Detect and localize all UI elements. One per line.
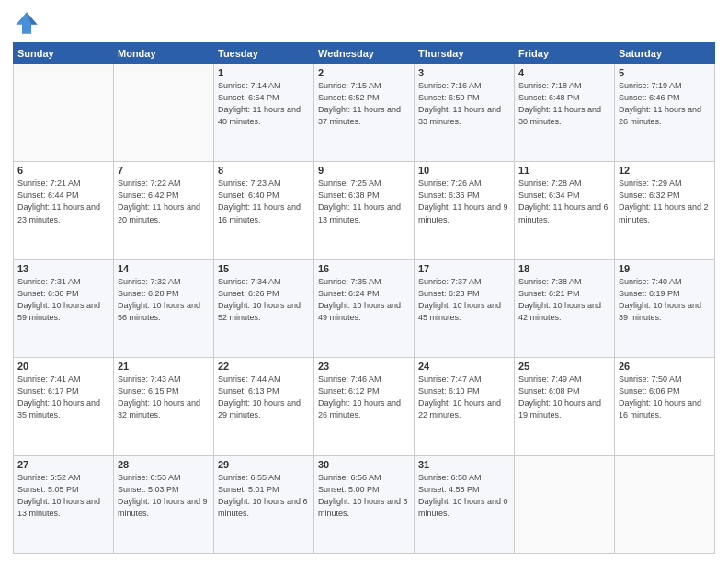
weekday-header-cell: Monday [114,43,214,64]
weekday-header-cell: Friday [515,43,615,64]
day-info: Sunrise: 7:47 AM Sunset: 6:10 PM Dayligh… [418,373,510,421]
calendar-cell: 29Sunrise: 6:55 AM Sunset: 5:01 PM Dayli… [214,455,314,553]
day-number: 4 [518,67,610,78]
day-number: 27 [17,459,109,470]
day-number: 5 [619,67,711,78]
day-info: Sunrise: 7:35 AM Sunset: 6:24 PM Dayligh… [318,276,410,324]
day-number: 1 [218,67,310,78]
day-number: 14 [118,263,210,274]
calendar-cell: 26Sunrise: 7:50 AM Sunset: 6:06 PM Dayli… [615,358,715,455]
day-number: 8 [218,165,310,176]
day-number: 18 [518,263,610,274]
day-info: Sunrise: 7:21 AM Sunset: 6:44 PM Dayligh… [17,178,109,225]
day-info: Sunrise: 7:41 AM Sunset: 6:17 PM Dayligh… [17,373,109,421]
day-number: 12 [619,165,711,176]
day-info: Sunrise: 7:22 AM Sunset: 6:42 PM Dayligh… [118,178,210,225]
day-info: Sunrise: 7:50 AM Sunset: 6:06 PM Dayligh… [619,373,711,421]
calendar-cell: 18Sunrise: 7:38 AM Sunset: 6:21 PM Dayli… [515,259,615,357]
day-number: 3 [418,67,510,78]
day-info: Sunrise: 7:38 AM Sunset: 6:21 PM Dayligh… [518,276,610,324]
day-info: Sunrise: 7:15 AM Sunset: 6:52 PM Dayligh… [318,80,410,128]
weekday-header-cell: Thursday [415,43,515,64]
calendar-cell: 14Sunrise: 7:32 AM Sunset: 6:28 PM Dayli… [114,259,214,357]
weekday-header-cell: Wednesday [314,43,415,64]
day-number: 16 [318,263,410,274]
day-number: 24 [418,361,510,372]
calendar-table: SundayMondayTuesdayWednesdayThursdayFrid… [13,42,715,554]
calendar-cell: 25Sunrise: 7:49 AM Sunset: 6:08 PM Dayli… [515,358,615,455]
day-info: Sunrise: 6:53 AM Sunset: 5:03 PM Dayligh… [118,472,210,520]
day-number: 10 [418,165,510,176]
calendar-cell: 31Sunrise: 6:58 AM Sunset: 4:58 PM Dayli… [415,455,515,553]
calendar-week-row: 6Sunrise: 7:21 AM Sunset: 6:44 PM Daylig… [14,162,715,259]
day-info: Sunrise: 7:28 AM Sunset: 6:34 PM Dayligh… [518,178,610,225]
day-info: Sunrise: 7:18 AM Sunset: 6:48 PM Dayligh… [518,80,610,128]
calendar-cell: 20Sunrise: 7:41 AM Sunset: 6:17 PM Dayli… [14,358,114,455]
day-info: Sunrise: 7:23 AM Sunset: 6:40 PM Dayligh… [218,178,310,225]
day-info: Sunrise: 7:25 AM Sunset: 6:38 PM Dayligh… [318,178,410,225]
header [13,9,715,37]
day-info: Sunrise: 7:26 AM Sunset: 6:36 PM Dayligh… [418,178,510,225]
day-number: 28 [118,459,210,470]
calendar-cell: 9Sunrise: 7:25 AM Sunset: 6:38 PM Daylig… [314,162,415,259]
calendar-week-row: 13Sunrise: 7:31 AM Sunset: 6:30 PM Dayli… [14,259,715,357]
day-info: Sunrise: 7:49 AM Sunset: 6:08 PM Dayligh… [518,373,610,421]
day-info: Sunrise: 7:14 AM Sunset: 6:54 PM Dayligh… [218,80,310,128]
weekday-header-cell: Saturday [615,43,715,64]
day-info: Sunrise: 7:43 AM Sunset: 6:15 PM Dayligh… [118,373,210,421]
day-number: 21 [118,361,210,372]
calendar-cell: 2Sunrise: 7:15 AM Sunset: 6:52 PM Daylig… [314,64,415,162]
calendar-week-row: 27Sunrise: 6:52 AM Sunset: 5:05 PM Dayli… [14,455,715,553]
day-info: Sunrise: 6:52 AM Sunset: 5:05 PM Dayligh… [17,472,109,520]
calendar-cell [615,455,715,553]
calendar-cell: 15Sunrise: 7:34 AM Sunset: 6:26 PM Dayli… [214,259,314,357]
calendar-cell: 12Sunrise: 7:29 AM Sunset: 6:32 PM Dayli… [615,162,715,259]
day-number: 17 [418,263,510,274]
day-number: 11 [518,165,610,176]
calendar-cell: 10Sunrise: 7:26 AM Sunset: 6:36 PM Dayli… [415,162,515,259]
page: SundayMondayTuesdayWednesdayThursdayFrid… [0,0,728,563]
day-number: 23 [318,361,410,372]
calendar-cell: 7Sunrise: 7:22 AM Sunset: 6:42 PM Daylig… [114,162,214,259]
day-number: 26 [619,361,711,372]
day-number: 2 [318,67,410,78]
calendar-cell [114,64,214,162]
calendar-cell: 27Sunrise: 6:52 AM Sunset: 5:05 PM Dayli… [14,455,114,553]
day-number: 29 [218,459,310,470]
calendar-week-row: 20Sunrise: 7:41 AM Sunset: 6:17 PM Dayli… [14,358,715,455]
logo-icon [13,9,40,37]
calendar-cell: 22Sunrise: 7:44 AM Sunset: 6:13 PM Dayli… [214,358,314,455]
calendar-cell: 17Sunrise: 7:37 AM Sunset: 6:23 PM Dayli… [415,259,515,357]
day-number: 22 [218,361,310,372]
calendar-cell: 21Sunrise: 7:43 AM Sunset: 6:15 PM Dayli… [114,358,214,455]
day-number: 13 [17,263,109,274]
calendar-cell: 23Sunrise: 7:46 AM Sunset: 6:12 PM Dayli… [314,358,415,455]
day-info: Sunrise: 7:40 AM Sunset: 6:19 PM Dayligh… [619,276,711,324]
calendar-cell: 13Sunrise: 7:31 AM Sunset: 6:30 PM Dayli… [14,259,114,357]
day-info: Sunrise: 6:56 AM Sunset: 5:00 PM Dayligh… [318,472,410,520]
calendar-cell: 11Sunrise: 7:28 AM Sunset: 6:34 PM Dayli… [515,162,615,259]
logo [13,9,44,37]
calendar-cell: 8Sunrise: 7:23 AM Sunset: 6:40 PM Daylig… [214,162,314,259]
day-info: Sunrise: 7:31 AM Sunset: 6:30 PM Dayligh… [17,276,109,324]
day-info: Sunrise: 7:29 AM Sunset: 6:32 PM Dayligh… [619,178,711,225]
calendar-cell: 30Sunrise: 6:56 AM Sunset: 5:00 PM Dayli… [314,455,415,553]
calendar-cell [515,455,615,553]
calendar-cell [14,64,114,162]
day-number: 9 [318,165,410,176]
weekday-header-cell: Sunday [14,43,114,64]
calendar-week-row: 1Sunrise: 7:14 AM Sunset: 6:54 PM Daylig… [14,64,715,162]
day-number: 6 [17,165,109,176]
weekday-header-row: SundayMondayTuesdayWednesdayThursdayFrid… [14,43,715,64]
day-number: 19 [619,263,711,274]
day-info: Sunrise: 7:37 AM Sunset: 6:23 PM Dayligh… [418,276,510,324]
day-number: 30 [318,459,410,470]
calendar-cell: 5Sunrise: 7:19 AM Sunset: 6:46 PM Daylig… [615,64,715,162]
day-info: Sunrise: 6:55 AM Sunset: 5:01 PM Dayligh… [218,472,310,520]
day-info: Sunrise: 7:34 AM Sunset: 6:26 PM Dayligh… [218,276,310,324]
calendar-cell: 6Sunrise: 7:21 AM Sunset: 6:44 PM Daylig… [14,162,114,259]
calendar-body: 1Sunrise: 7:14 AM Sunset: 6:54 PM Daylig… [14,64,715,554]
day-info: Sunrise: 7:32 AM Sunset: 6:28 PM Dayligh… [118,276,210,324]
day-number: 7 [118,165,210,176]
calendar-cell: 16Sunrise: 7:35 AM Sunset: 6:24 PM Dayli… [314,259,415,357]
